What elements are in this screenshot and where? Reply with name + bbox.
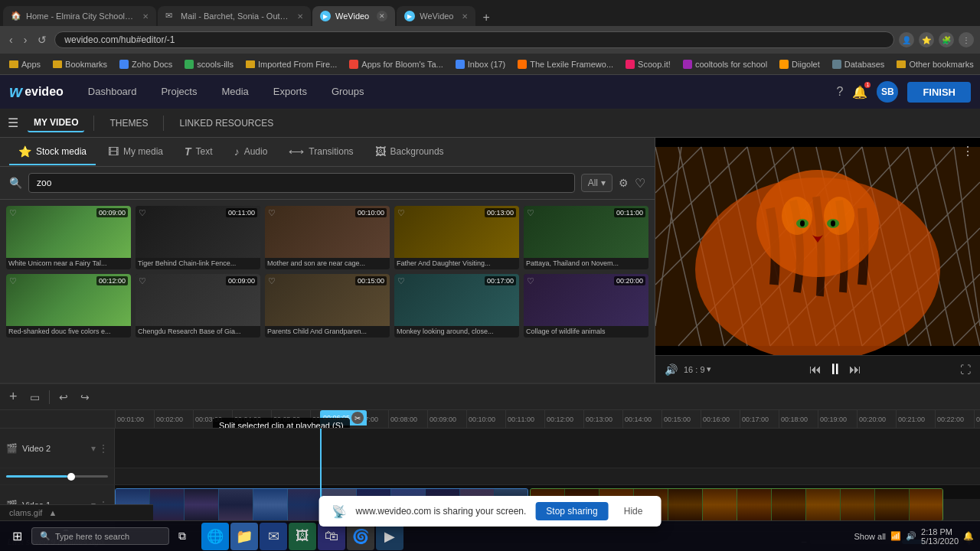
forward-button[interactable]: › [21,32,31,47]
finish-button[interactable]: FINISH [907,82,971,103]
nav-media[interactable]: Media [209,77,260,108]
network-icon[interactable]: 📶 [890,531,901,541]
thumbnail-item[interactable]: ♡ 00:09:00 White Unicorn near a Fairy Ta… [6,206,131,269]
show-all-label[interactable]: Show all [854,532,886,541]
bookmark-cooltools[interactable]: cooltools for school [680,58,770,70]
file-expand-icon[interactable]: ▲ [48,508,57,517]
tab-close-0[interactable]: ✕ [142,12,149,21]
volume-sys-icon[interactable]: 🔊 [906,531,916,541]
nav-exports[interactable]: Exports [261,77,319,108]
heart-icon[interactable]: ♡ [527,276,534,286]
browser-tab-2[interactable]: ▶ WeVideo ✕ [312,6,395,26]
extensions-icon[interactable]: 🧩 [939,32,954,47]
bookmark-lexile[interactable]: The Lexile Framewo... [514,58,616,70]
bookmark-imported[interactable]: Imported From Fire... [243,58,340,70]
track-expand-button[interactable]: ▾ [91,443,96,454]
bookmark-databases[interactable]: Databases [829,58,888,70]
filter-options-icon[interactable]: ⚙ [619,177,629,189]
stop-sharing-button[interactable]: Stop sharing [535,502,608,520]
tab-close-3[interactable]: ✕ [462,12,468,21]
heart-icon[interactable]: ♡ [397,208,405,218]
track-more-button[interactable]: ⋮ [99,443,108,454]
hide-button[interactable]: Hide [618,503,649,520]
heart-icon[interactable]: ♡ [527,208,534,218]
bookmark-apps[interactable]: Apps [6,58,44,70]
skip-back-button[interactable]: ⏮ [809,363,822,377]
heart-icon[interactable]: ♡ [139,276,146,286]
heart-icon[interactable]: ♡ [139,208,146,218]
thumbnail-item[interactable]: ♡ 00:12:00 Red-shanked douc five colors … [6,274,131,337]
thumbnail-item[interactable]: ♡ 00:11:00 Tiger Behind Chain-link Fence… [136,206,260,269]
taskbar-photos[interactable]: 🖼 [289,523,316,550]
my-video-tab[interactable]: MY VIDEO [28,114,84,132]
tab-backgrounds[interactable]: 🖼 Backgrounds [366,139,453,165]
taskbar-explorer[interactable]: 📁 [230,523,258,550]
thumbnail-item[interactable]: ♡ 00:20:00 Collage of wildlife animals [524,274,648,337]
heart-icon[interactable]: ♡ [9,208,17,218]
avatar[interactable]: SB [877,81,898,103]
notification-icon[interactable]: 🔔1 [852,85,867,99]
undo-button[interactable]: ↩ [56,390,71,405]
browser-tab-0[interactable]: 🏠 Home - Elmira City School Distri... ✕ [3,6,156,26]
thumbnail-item[interactable]: ♡ 00:17:00 Monkey looking around, close.… [394,274,519,337]
redo-button[interactable]: ↪ [77,390,93,405]
notification-tray-icon[interactable]: 🔔 [963,531,974,541]
refresh-button[interactable]: ↺ [34,32,50,47]
bookmark-star-icon[interactable]: ⭐ [919,32,934,47]
nav-groups[interactable]: Groups [319,77,377,108]
address-bar[interactable] [54,31,894,48]
tab-transitions[interactable]: ⟷ Transitions [279,139,362,165]
start-button[interactable]: ⊞ [6,526,28,546]
preview-menu-button[interactable]: ⋮ [962,144,974,158]
menu-icon[interactable]: ⋮ [959,32,974,47]
themes-tab[interactable]: THEMES [103,115,154,132]
back-button[interactable]: ‹ [6,32,16,47]
browser-tab-1[interactable]: ✉ Mail - Barchet, Sonia - Outlook ✕ [158,6,311,26]
bookmark-other[interactable]: Other bookmarks [893,58,976,70]
bookmark-apps-bloom[interactable]: Apps for Bloom's Ta... [346,58,446,70]
nav-dashboard[interactable]: Dashboard [76,77,149,108]
thumbnail-item[interactable]: ♡ 00:11:00 Pattaya, Thailand on Novem... [524,206,648,269]
taskbar-search[interactable]: 🔍 Type here to search [31,527,169,545]
nav-projects[interactable]: Projects [149,77,209,108]
heart-icon[interactable]: ♡ [635,176,645,191]
heart-icon[interactable]: ♡ [9,276,17,286]
bookmark-bookmarks[interactable]: Bookmarks [50,58,110,70]
aspect-ratio-selector[interactable]: 16 : 9 ▾ [684,364,711,374]
tab-my-media[interactable]: 🎞 My media [99,139,172,165]
profile-icon[interactable]: 👤 [899,32,914,47]
play-pause-button[interactable]: ⏸ [828,360,843,378]
thumbnail-item[interactable]: ♡ 00:15:00 Parents Child And Grandparen.… [265,274,390,337]
filter-dropdown[interactable]: All ▾ [581,174,612,192]
tab-stock-media[interactable]: ⭐ Stock media [9,139,96,165]
heart-icon[interactable]: ♡ [268,208,276,218]
tab-audio[interactable]: ♪ Audio [225,139,277,165]
help-icon[interactable]: ? [836,85,843,99]
hamburger-icon[interactable]: ☰ [8,116,18,130]
bookmark-scoopit[interactable]: Scoop.it! [622,58,674,70]
browser-tab-3[interactable]: ▶ WeVideo ✕ [397,6,475,26]
linked-resources-tab[interactable]: LINKED RESOURCES [173,115,279,132]
bookmark-zoho[interactable]: Zoho Docs [116,58,175,70]
bookmark-scools[interactable]: scools-ills [181,58,237,70]
bookmark-inbox[interactable]: Inbox (17) [452,58,509,70]
search-input[interactable] [28,173,575,193]
tab-text[interactable]: T Text [175,139,222,165]
select-tool-button[interactable]: ▭ [27,390,43,405]
heart-icon[interactable]: ♡ [268,276,276,286]
tab-close-1[interactable]: ✕ [297,12,303,21]
thumbnail-item[interactable]: ♡ 00:13:00 Father And Daughter Visiting.… [394,206,519,269]
add-track-button[interactable]: + [6,387,21,406]
bookmark-diigolet[interactable]: Diigolet [776,58,823,70]
thumbnail-item[interactable]: ♡ 00:09:00 Chengdu Research Base of Gia.… [136,274,260,337]
volume-thumb[interactable] [67,473,75,481]
scissors-button[interactable]: ✂ [351,412,364,424]
expand-icon[interactable]: ⛶ [960,364,971,376]
tab-close-2[interactable]: ✕ [377,11,387,21]
thumbnail-item[interactable]: ♡ 00:10:00 Mother and son are near cage.… [265,206,390,269]
skip-forward-button[interactable]: ⏭ [849,363,861,377]
taskbar-edge[interactable]: 🌐 [201,523,229,550]
task-view-button[interactable]: ⧉ [172,527,192,546]
heart-icon[interactable]: ♡ [397,276,405,286]
new-tab-button[interactable]: + [477,9,496,26]
